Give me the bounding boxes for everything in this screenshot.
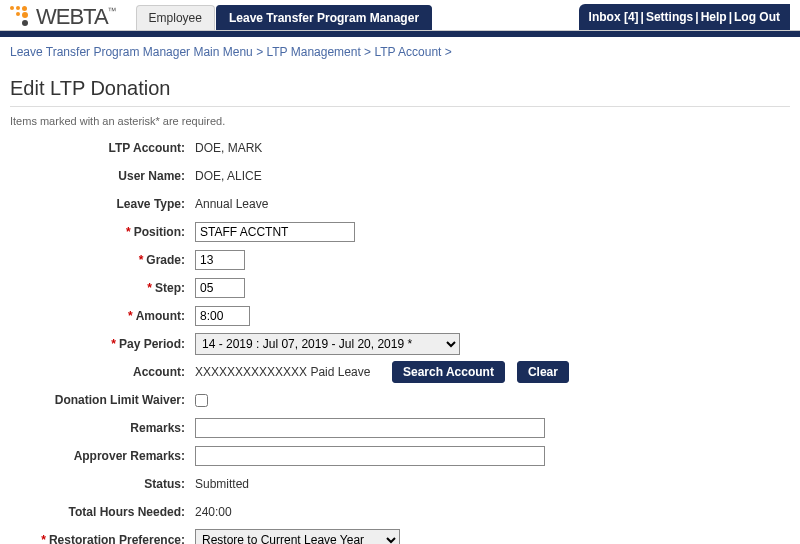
label-approver-remarks: Approver Remarks:	[10, 449, 195, 463]
label-step: *Step:	[10, 281, 195, 295]
label-ltp-account: LTP Account:	[10, 141, 195, 155]
label-amount: *Amount:	[10, 309, 195, 323]
nav-sep: |	[729, 10, 732, 24]
tab-ltp-manager[interactable]: Leave Transfer Program Manager	[216, 5, 432, 30]
required-hint: Items marked with an asterisk* are requi…	[10, 115, 790, 127]
value-status: Submitted	[195, 477, 249, 491]
row-remarks: Remarks:	[10, 417, 790, 439]
label-remarks: Remarks:	[10, 421, 195, 435]
label-user-name: User Name:	[10, 169, 195, 183]
pay-period-select[interactable]: 14 - 2019 : Jul 07, 2019 - Jul 20, 2019 …	[195, 333, 460, 355]
label-leave-type: Leave Type:	[10, 197, 195, 211]
value-total-hours-needed: 240:00	[195, 505, 232, 519]
tabs: Employee Leave Transfer Program Manager	[136, 5, 433, 30]
breadcrumb-sep: >	[445, 45, 452, 59]
position-input[interactable]	[195, 222, 355, 242]
row-step: *Step:	[10, 277, 790, 299]
content: Edit LTP Donation Items marked with an a…	[0, 67, 800, 544]
value-leave-type: Annual Leave	[195, 197, 268, 211]
label-pay-period: *Pay Period:	[10, 337, 195, 351]
row-ltp-account: LTP Account: DOE, MARK	[10, 137, 790, 159]
grade-input[interactable]	[195, 250, 245, 270]
label-position: *Position:	[10, 225, 195, 239]
breadcrumb-sep: >	[364, 45, 374, 59]
label-account: Account:	[10, 365, 195, 379]
page-title: Edit LTP Donation	[10, 77, 790, 100]
step-input[interactable]	[195, 278, 245, 298]
row-user-name: User Name: DOE, ALICE	[10, 165, 790, 187]
row-account: Account: XXXXXXXXXXXXXX Paid Leave Searc…	[10, 361, 790, 383]
nav-help[interactable]: Help	[701, 10, 727, 24]
value-user-name: DOE, ALICE	[195, 169, 262, 183]
breadcrumb: Leave Transfer Program Manager Main Menu…	[0, 37, 800, 67]
tab-employee[interactable]: Employee	[136, 5, 215, 30]
row-total-hours-needed: Total Hours Needed: 240:00	[10, 501, 790, 523]
restoration-preference-select[interactable]: Restore to Current Leave Year	[195, 529, 400, 544]
divider	[10, 106, 790, 107]
search-account-button[interactable]: Search Account	[392, 361, 505, 383]
row-amount: *Amount:	[10, 305, 790, 327]
row-restoration-preference: *Restoration Preference: Restore to Curr…	[10, 529, 790, 544]
row-position: *Position:	[10, 221, 790, 243]
row-donation-limit-waiver: Donation Limit Waiver:	[10, 389, 790, 411]
value-ltp-account: DOE, MARK	[195, 141, 262, 155]
nav-sep: |	[641, 10, 644, 24]
nav-logout[interactable]: Log Out	[734, 10, 780, 24]
amount-input[interactable]	[195, 306, 250, 326]
breadcrumb-ltp-account[interactable]: LTP Account	[374, 45, 441, 59]
clear-button[interactable]: Clear	[517, 361, 569, 383]
label-status: Status:	[10, 477, 195, 491]
nav-settings[interactable]: Settings	[646, 10, 693, 24]
row-pay-period: *Pay Period: 14 - 2019 : Jul 07, 2019 - …	[10, 333, 790, 355]
header: WEBTA™ Employee Leave Transfer Program M…	[0, 0, 800, 31]
breadcrumb-main-menu[interactable]: Leave Transfer Program Manager Main Menu	[10, 45, 253, 59]
row-leave-type: Leave Type: Annual Leave	[10, 193, 790, 215]
logo: WEBTA™	[10, 4, 116, 30]
breadcrumb-ltp-management[interactable]: LTP Management	[266, 45, 360, 59]
value-account: XXXXXXXXXXXXXX Paid Leave	[195, 365, 380, 379]
donation-limit-waiver-checkbox[interactable]	[195, 394, 208, 407]
breadcrumb-sep: >	[256, 45, 266, 59]
row-status: Status: Submitted	[10, 473, 790, 495]
nav-inbox[interactable]: Inbox [4]	[589, 10, 639, 24]
row-approver-remarks: Approver Remarks:	[10, 445, 790, 467]
label-grade: *Grade:	[10, 253, 195, 267]
header-left: WEBTA™ Employee Leave Transfer Program M…	[10, 4, 433, 30]
label-donation-limit-waiver: Donation Limit Waiver:	[10, 393, 195, 407]
logo-icon	[10, 6, 32, 28]
label-restoration-preference: *Restoration Preference:	[10, 533, 195, 544]
remarks-input[interactable]	[195, 418, 545, 438]
top-nav: Inbox [4] | Settings | Help | Log Out	[579, 4, 790, 30]
nav-sep: |	[695, 10, 698, 24]
row-grade: *Grade:	[10, 249, 790, 271]
label-total-hours-needed: Total Hours Needed:	[10, 505, 195, 519]
logo-text: WEBTA™	[36, 4, 116, 30]
approver-remarks-input[interactable]	[195, 446, 545, 466]
